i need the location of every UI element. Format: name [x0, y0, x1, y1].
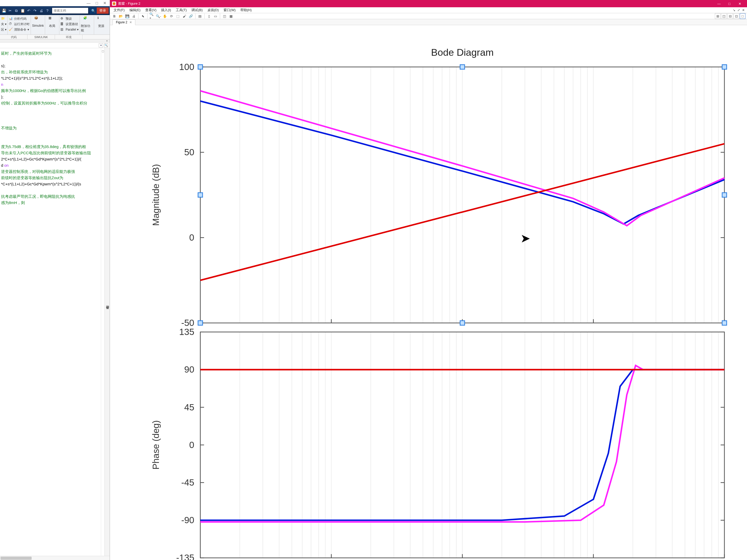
matlab-quick-toolbar: 💾 ✂ ⧉ 📋 ↶ ↷ 🖨 ? 🔍 登录: [0, 6, 110, 15]
analyze-code-button[interactable]: 📊分析代码: [9, 16, 30, 21]
horizontal-scrollbar[interactable]: [0, 556, 110, 560]
run-and-time-button[interactable]: ⏱运行并计时: [9, 22, 30, 27]
svg-rect-135: [722, 193, 726, 197]
print-icon[interactable]: 🖨: [38, 8, 44, 14]
save-figure-icon[interactable]: 💾: [125, 13, 130, 19]
save-icon[interactable]: 💾: [1, 8, 7, 14]
hide-tools-icon[interactable]: ◫: [222, 13, 227, 19]
svg-text:-45: -45: [181, 477, 194, 487]
ribbon-collapse[interactable]: ▾: [0, 40, 110, 43]
open-icon[interactable]: 📂: [118, 13, 124, 19]
menu-编辑(E)[interactable]: 编辑(E): [127, 7, 143, 13]
svg-text:Phase (deg): Phase (deg): [151, 420, 161, 469]
copy-icon[interactable]: ⧉: [14, 8, 19, 14]
zoom-in-icon[interactable]: 🔍+: [149, 13, 155, 19]
matlab-ribbon: 📁 夹 ▾ 区 ▾ 📊分析代码 ⏱运行并计时 🧹清除命令 ▾ 📦Simulink…: [0, 15, 110, 35]
search-input[interactable]: [52, 7, 88, 14]
layout-max-icon[interactable]: □: [740, 13, 745, 19]
plot-region[interactable]: Bode Diagram-50050100-135-90-45045901351…: [110, 25, 747, 560]
brush-icon[interactable]: 🖌: [181, 13, 187, 19]
pan-icon[interactable]: ✋: [162, 13, 168, 19]
fig-close-button[interactable]: ✕: [735, 0, 745, 7]
restore-down-icon[interactable]: ↘: [732, 8, 736, 12]
set-path-button[interactable]: 🛤设置路径: [60, 22, 79, 27]
close-button[interactable]: ✕: [103, 1, 107, 5]
link-icon[interactable]: 🔗: [188, 13, 194, 19]
svg-text:1: 1: [337, 559, 342, 560]
zoom-out-icon[interactable]: 🔍-: [156, 13, 161, 19]
print-figure-icon[interactable]: 🖨: [131, 13, 137, 19]
layout-1-icon[interactable]: ⊞: [715, 13, 721, 19]
clear-commands-button[interactable]: 🧹清除命令 ▾: [9, 27, 30, 32]
max-button[interactable]: □: [96, 1, 98, 5]
svg-rect-131: [198, 65, 203, 69]
svg-text:100: 100: [179, 62, 194, 72]
menu-帮助(H)[interactable]: 帮助(H): [238, 7, 254, 13]
search-button[interactable]: 🔍: [90, 7, 97, 14]
svg-text:Bode Diagram: Bode Diagram: [431, 47, 494, 58]
figure-titlebar: 图窗 - Figure 2 — □ ✕: [110, 0, 747, 7]
tab-figure-2[interactable]: Figure 2✕: [112, 20, 135, 25]
folder-button[interactable]: 📁: [1, 16, 6, 21]
folder-dropdown[interactable]: 夹 ▾: [1, 22, 6, 27]
svg-text:0: 0: [189, 440, 194, 450]
svg-text:➤: ➤: [520, 231, 531, 245]
menu-桌面(D)[interactable]: 桌面(D): [205, 7, 221, 13]
menu-工具(T)[interactable]: 工具(T): [174, 7, 189, 13]
layout-3-icon[interactable]: ⊟: [727, 13, 733, 19]
min-button[interactable]: —: [86, 1, 91, 5]
insert-colorbar-icon[interactable]: ▤: [197, 13, 203, 19]
redo-icon[interactable]: ↷: [32, 8, 38, 14]
insert-legend-icon[interactable]: ▯: [206, 13, 212, 19]
cut-icon[interactable]: ✂: [7, 8, 13, 14]
figure-toolbar: 🗎 📂 💾 🖨 ⬉ 🔍+ 🔍- ✋ ⟳ ⬚ 🖌 🔗 ▤ ▯ ▭ ◫ ▦ ⊞ ◫ …: [110, 13, 747, 19]
command-window-tab[interactable]: 命令行窗口: [104, 48, 110, 556]
fig-max-button[interactable]: □: [724, 0, 735, 7]
svg-rect-136: [198, 321, 203, 325]
svg-rect-133: [722, 65, 726, 69]
close-tab-icon[interactable]: ✕: [129, 21, 132, 24]
layout-2-icon[interactable]: ◫: [721, 13, 727, 19]
svg-text:135: 135: [179, 327, 194, 337]
rotate-icon[interactable]: ⟳: [169, 13, 174, 19]
help-icon[interactable]: ?: [45, 8, 50, 14]
fig-min-button[interactable]: —: [714, 0, 724, 7]
new-figure-icon[interactable]: 🗎: [111, 13, 117, 19]
preferences-button[interactable]: ⚙预设: [60, 16, 79, 21]
figure-tabs: Figure 2✕: [110, 19, 747, 25]
simulink-button[interactable]: 📦Simulink: [32, 16, 44, 27]
annotation-icon[interactable]: ▭: [213, 13, 218, 19]
figure-title: 图窗 - Figure 2: [118, 1, 714, 6]
menu-文件(F)[interactable]: 文件(F): [111, 7, 127, 13]
svg-text:0: 0: [189, 232, 194, 243]
addr-search-icon[interactable]: 🔍: [104, 43, 108, 47]
layout-button[interactable]: ▦布局: [46, 16, 58, 28]
paste-icon[interactable]: 📋: [20, 8, 25, 14]
resources-button[interactable]: ℹ资源: [95, 16, 107, 28]
figure-window: 图窗 - Figure 2 — □ ✕ 文件(F)编辑(E)查看(V)插入(I)…: [110, 0, 747, 560]
addr-dropdown[interactable]: ▾: [99, 43, 103, 47]
show-tools-icon[interactable]: ▦: [228, 13, 234, 19]
svg-text:50: 50: [184, 147, 195, 157]
svg-text:-135: -135: [176, 553, 195, 560]
matlab-main-window: — □ ✕ 💾 ✂ ⧉ 📋 ↶ ↷ 🖨 ? 🔍 登录 📁 夹 ▾ 区 ▾: [0, 0, 110, 560]
workspace-dropdown[interactable]: 区 ▾: [1, 27, 6, 32]
parallel-button[interactable]: ▥Parallel ▾: [60, 27, 79, 32]
svg-text:90: 90: [184, 364, 195, 374]
close-doc-icon[interactable]: ✕: [741, 8, 745, 12]
svg-rect-137: [460, 321, 464, 325]
figure-menubar: 文件(F)编辑(E)查看(V)插入(I)工具(T)调试(B)桌面(D)窗口(W)…: [110, 7, 747, 13]
menu-调试(B)[interactable]: 调试(B): [189, 7, 205, 13]
code-editor[interactable]: 延时，产生的等效延时环节为s);出，补偿前系统开环增益为*L2*C+1)/(s^…: [0, 48, 101, 556]
menu-窗口(W)[interactable]: 窗口(W): [222, 7, 238, 13]
menu-插入(I)[interactable]: 插入(I): [159, 7, 173, 13]
pointer-icon[interactable]: ⬉: [140, 13, 146, 19]
svg-text:Magnitude (dB): Magnitude (dB): [151, 164, 161, 226]
data-cursor-icon[interactable]: ⬚: [175, 13, 181, 19]
addons-button[interactable]: 🧩附加功能: [81, 16, 93, 33]
undo-icon[interactable]: ↶: [26, 8, 32, 14]
layout-4-icon[interactable]: ⊡: [733, 13, 739, 19]
svg-rect-138: [722, 321, 726, 325]
undock-icon[interactable]: ⤢: [737, 8, 741, 12]
login-button[interactable]: 登录: [97, 7, 109, 14]
